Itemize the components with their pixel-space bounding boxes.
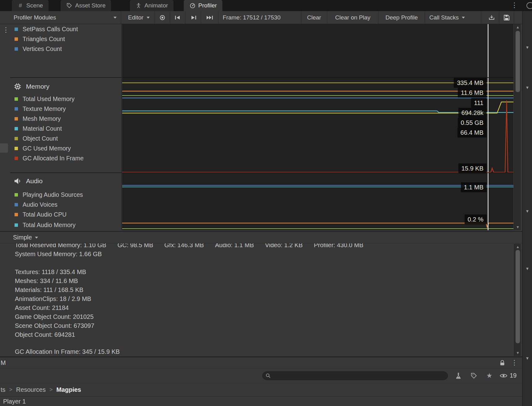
help-circle-icon[interactable]	[526, 2, 532, 9]
expander-triangle-icon[interactable]: ▼	[522, 209, 532, 214]
lock-icon	[500, 360, 505, 366]
scroll-down-icon[interactable]: ▼	[514, 350, 521, 355]
tab-label: Asset Store	[75, 2, 105, 9]
clear-on-play-button[interactable]: Clear on Play	[327, 11, 379, 24]
legend-item-gc-allocated[interactable]: GC Allocated In Frame	[15, 153, 84, 163]
next-frame-button[interactable]	[186, 11, 201, 24]
legend-item-total-audio-cpu[interactable]: Total Audio CPU	[15, 209, 66, 219]
scene-object-count-line: Scene Object Count: 673097	[15, 322, 94, 329]
value-chip: 694.28k	[458, 108, 487, 118]
series-color-swatch	[15, 203, 18, 206]
breadcrumb-item-current[interactable]: Magpies	[56, 386, 81, 393]
tab-animator[interactable]: Animator	[130, 0, 174, 11]
partial-tab-title[interactable]: M	[1, 359, 6, 366]
series-color-swatch	[15, 213, 18, 216]
module-list-kebab-icon[interactable]: ⋮	[2, 27, 9, 33]
module-title: Audio	[26, 177, 43, 185]
legend-item-triangles[interactable]: Triangles Count	[15, 34, 65, 44]
expander-triangle-icon[interactable]: ▼	[522, 266, 532, 271]
legend-item-playing-audio-sources[interactable]: Playing Audio Sources	[15, 190, 83, 200]
legend-item-mesh-memory[interactable]: Mesh Memory	[15, 114, 61, 124]
details-scrollbar-thumb[interactable]	[516, 250, 520, 343]
call-stacks-dropdown[interactable]: Call Stacks	[425, 11, 481, 24]
expander-triangle-icon[interactable]: ▼	[522, 45, 532, 50]
prev-frame-button[interactable]	[170, 11, 186, 24]
tab-scene[interactable]: # Scene	[12, 0, 49, 11]
value-chip: 1.1 MB	[461, 182, 487, 192]
legend-item-texture-memory[interactable]: Texture Memory	[15, 104, 66, 114]
tab-profiler[interactable]: Profiler	[184, 0, 222, 11]
details-scrollbar[interactable]: ▲ ▼	[514, 244, 521, 356]
legend-item-gc-used-memory[interactable]: GC Used Memory	[15, 143, 71, 153]
legend-label: Material Count	[23, 125, 62, 132]
breadcrumb-chevron-icon: >	[9, 387, 13, 393]
details-mode-dropdown[interactable]: Simple	[11, 232, 40, 243]
clear-button[interactable]: Clear	[301, 11, 327, 24]
lock-button[interactable]	[497, 357, 507, 368]
editor-tab-strip: # Scene Asset Store Animator Profiler ⋮	[0, 0, 532, 11]
chevron-down-icon	[462, 17, 465, 19]
editor-target-dropdown[interactable]: Editor	[124, 11, 155, 24]
legend-item-audio-voices[interactable]: Audio Voices	[15, 200, 58, 209]
breadcrumb-item[interactable]: Resources	[16, 386, 46, 393]
flask-icon	[456, 373, 461, 379]
series-color-swatch	[15, 147, 18, 150]
tabstrip-kebab-icon[interactable]: ⋮	[511, 2, 518, 9]
legend-label: Playing Audio Sources	[23, 191, 83, 198]
scroll-up-icon[interactable]: ▲	[514, 25, 521, 30]
chart-scrollbar-thumb[interactable]	[516, 31, 520, 92]
legend-item-material-count[interactable]: Material Count	[15, 124, 62, 133]
chart-scrollbar[interactable]: ▲ ▼	[514, 24, 521, 230]
speaker-icon	[14, 178, 21, 184]
series-color-swatch	[15, 117, 18, 121]
legend-item-total-used-memory[interactable]: Total Used Memory	[15, 94, 75, 104]
profiler-modules-dropdown[interactable]: Profiler Modules	[9, 11, 121, 24]
left-rail: ⋮	[0, 24, 10, 230]
load-icon	[489, 15, 495, 20]
memory-module-header[interactable]: Memory	[14, 79, 49, 94]
legend-item-total-audio-memory[interactable]: Total Audio Memory	[15, 220, 75, 230]
legend-label: SetPass Calls Count	[23, 26, 78, 33]
chevron-down-icon	[35, 237, 38, 239]
scroll-down-icon[interactable]: ▼	[514, 225, 521, 230]
scroll-up-icon[interactable]: ▲	[514, 244, 521, 249]
expander-triangle-icon[interactable]: ▼	[522, 85, 532, 90]
scene-visibility-button[interactable]	[498, 369, 509, 383]
collapsed-panel-column: ▼ ▼ ▼ ▼ ▼	[522, 11, 532, 406]
series-color-swatch	[15, 47, 18, 51]
legend-item-setpass-calls[interactable]: SetPass Calls Count	[15, 24, 78, 34]
legend-label: Total Used Memory	[23, 95, 75, 103]
favorites-star-button[interactable]: ★	[483, 369, 496, 383]
animator-icon	[135, 2, 142, 9]
expander-triangle-icon[interactable]: ▼	[522, 356, 532, 361]
panel-kebab-icon[interactable]: ⋮	[511, 359, 518, 366]
save-profile-button[interactable]	[499, 11, 514, 24]
next-frame-icon	[190, 15, 196, 20]
label-filter-button[interactable]	[468, 369, 480, 383]
search-field[interactable]	[262, 371, 448, 380]
current-frame-button[interactable]	[201, 11, 218, 24]
record-button[interactable]	[155, 11, 170, 24]
status-text: Player 1	[3, 398, 26, 405]
profiler-chart-area[interactable]	[122, 24, 513, 230]
tag-icon	[471, 373, 477, 379]
load-profile-button[interactable]	[484, 11, 499, 24]
filter-flask-button[interactable]	[452, 369, 465, 383]
breadcrumb-bar: ts > Resources > Magpies	[0, 383, 522, 396]
tab-label: Profiler	[198, 2, 217, 9]
breadcrumb-item[interactable]: ts	[1, 386, 6, 393]
value-chip: 0.2 %	[465, 214, 487, 224]
search-input[interactable]	[271, 373, 448, 379]
value-chip: 0.55 GB	[458, 118, 487, 128]
audio-module-header[interactable]: Audio	[14, 174, 43, 188]
legend-item-object-count[interactable]: Object Count	[15, 133, 58, 143]
status-bar[interactable]: Player 1	[0, 396, 522, 406]
frame-counter-label: Frame: 17512 / 17530	[223, 14, 281, 21]
legend-label: Total Audio Memory	[23, 222, 75, 229]
tab-asset-store[interactable]: Asset Store	[61, 0, 111, 11]
record-icon	[160, 15, 165, 20]
deep-profile-button[interactable]: Deep Profile	[379, 11, 425, 24]
value-chip: 335.4 MB	[454, 78, 487, 88]
game-object-count-line: Game Object Count: 201025	[15, 313, 94, 320]
legend-item-vertices[interactable]: Vertices Count	[15, 44, 62, 54]
